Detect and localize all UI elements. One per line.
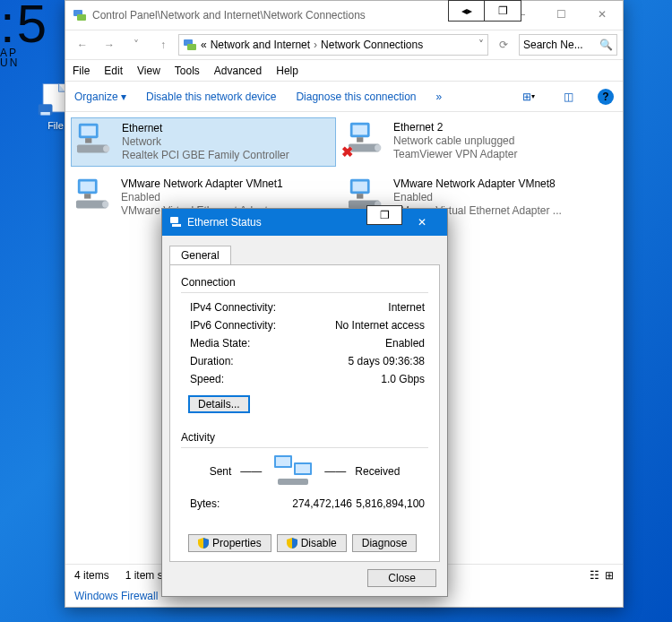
- maximize-button[interactable]: ☐: [540, 1, 582, 28]
- media-state-label: Media State:: [181, 334, 289, 352]
- view-options-button[interactable]: ⊞▾: [519, 87, 538, 107]
- svg-rect-28: [172, 224, 181, 227]
- back-button[interactable]: ←: [71, 33, 94, 56]
- windows-firewall-link[interactable]: Windows Firewall: [74, 590, 158, 602]
- dash-icon: ——: [240, 465, 262, 478]
- forward-button[interactable]: →: [98, 33, 121, 56]
- help-button[interactable]: ?: [598, 89, 614, 105]
- diagnose-button[interactable]: Diagnose this connection: [296, 91, 416, 103]
- svg-rect-23: [353, 182, 367, 192]
- svg-rect-9: [85, 138, 91, 143]
- search-input[interactable]: Search Ne... 🔍: [519, 34, 617, 56]
- close-button[interactable]: Close: [367, 569, 436, 587]
- disable-button-label: Disable: [301, 537, 337, 549]
- properties-button-label: Properties: [212, 537, 262, 549]
- ipv4-label: IPv4 Connectivity:: [181, 298, 289, 316]
- menu-bar: File Edit View Tools Advanced Help: [65, 60, 623, 82]
- item-count: 4 items: [74, 569, 109, 582]
- recent-dropdown[interactable]: ˅: [125, 33, 148, 56]
- menu-advanced[interactable]: Advanced: [214, 65, 262, 77]
- svg-rect-24: [357, 194, 363, 198]
- details-view-icon[interactable]: ☷: [590, 569, 599, 582]
- ipv6-label: IPv6 Connectivity:: [181, 316, 289, 334]
- adapter-ethernet2[interactable]: Ethernet 2 Network cable unplugged TeamV…: [343, 117, 608, 167]
- disable-button[interactable]: Disable: [277, 534, 347, 552]
- chevron-right-icon: ›: [314, 39, 317, 51]
- adapter-name: VMware Network Adapter VMnet8: [393, 177, 562, 191]
- tab-body: Connection IPv4 Connectivity:Internet IP…: [169, 264, 440, 562]
- svg-rect-32: [296, 464, 310, 473]
- preview-pane-button[interactable]: ◫: [558, 87, 578, 107]
- tiles-view-icon[interactable]: ⊞: [605, 569, 614, 582]
- svg-rect-14: [357, 137, 363, 142]
- shield-icon: [198, 538, 209, 549]
- activity-group-label: Activity: [181, 431, 428, 444]
- address-bar[interactable]: « Network and Internet › Network Connect…: [178, 34, 488, 56]
- tab-strip: General: [162, 241, 447, 264]
- nic-icon: [169, 216, 182, 229]
- menu-view[interactable]: View: [137, 65, 160, 77]
- close-button[interactable]: ✕: [582, 1, 623, 28]
- dash-icon: ——: [324, 465, 346, 478]
- breadcrumb-network-connections[interactable]: Network Connections: [321, 39, 423, 51]
- properties-button[interactable]: Properties: [188, 534, 271, 552]
- ethernet-status-dialog: ❐ Ethernet Status ✕ General Connection I…: [161, 208, 448, 597]
- speed-value: 1.0 Gbps: [289, 370, 428, 388]
- network-icon: [73, 8, 87, 22]
- adapter-desc: TeamViewer VPN Adapter: [393, 148, 518, 161]
- received-label: Received: [355, 465, 400, 478]
- nav-bar: ← → ˅ ↑ « Network and Internet › Network…: [65, 30, 623, 60]
- bytes-sent: 274,472,146: [289, 495, 356, 513]
- up-button[interactable]: ↑: [151, 33, 175, 56]
- diagnose-button-label: Diagnose: [362, 537, 408, 549]
- bytes-label: Bytes:: [181, 495, 289, 513]
- titlebar[interactable]: Control Panel\Network and Internet\Netwo…: [65, 1, 623, 30]
- selected-count: 1 item s: [125, 569, 163, 582]
- search-placeholder: Search Ne...: [523, 39, 583, 51]
- dialog-title: Ethernet Status: [187, 216, 262, 229]
- svg-rect-13: [353, 125, 367, 135]
- nic-icon-unplugged: [347, 121, 386, 157]
- menu-edit[interactable]: Edit: [104, 65, 123, 77]
- duration-value: 5 days 09:36:38: [289, 352, 428, 370]
- duration-label: Duration:: [181, 352, 289, 370]
- media-state-value: Enabled: [289, 334, 428, 352]
- address-dropdown-icon[interactable]: ˅: [478, 39, 484, 51]
- overlay-switch-icon[interactable]: ◂▸: [449, 1, 485, 21]
- disable-device-button[interactable]: Disable this network device: [146, 91, 276, 103]
- dialog-close-button[interactable]: ✕: [404, 212, 440, 232]
- svg-rect-18: [81, 182, 95, 192]
- nic-icon: [74, 177, 114, 213]
- menu-file[interactable]: File: [73, 65, 90, 77]
- nic-icon: [75, 122, 115, 158]
- activity-diagram: Sent —— —— Received: [181, 454, 428, 489]
- adapter-ethernet[interactable]: Ethernet Network Realtek PCI GBE Family …: [71, 117, 336, 167]
- breadcrumb-network-internet[interactable]: Network and Internet: [211, 39, 310, 51]
- svg-rect-6: [187, 44, 196, 50]
- svg-rect-8: [82, 126, 96, 136]
- dialog-titlebar[interactable]: Ethernet Status ✕: [162, 209, 447, 236]
- svg-rect-4: [77, 14, 86, 21]
- adapter-status: Network cable unplugged: [393, 134, 518, 148]
- more-commands-button[interactable]: »: [436, 91, 443, 103]
- speed-label: Speed:: [181, 370, 289, 388]
- svg-rect-30: [276, 457, 290, 466]
- refresh-button[interactable]: ⟳: [492, 33, 515, 56]
- two-computers-icon: [271, 454, 315, 489]
- overlay-maximize-icon[interactable]: ❐: [485, 1, 521, 21]
- adapter-status: Network: [122, 135, 289, 149]
- details-button[interactable]: Details...: [188, 395, 250, 413]
- svg-rect-2: [40, 112, 50, 116]
- menu-tools[interactable]: Tools: [175, 65, 200, 77]
- tab-general[interactable]: General: [169, 246, 231, 264]
- dialog-overlay-maximize-icon[interactable]: ❐: [366, 205, 402, 225]
- organize-button[interactable]: Organize ▾: [74, 91, 126, 103]
- search-icon: 🔍: [599, 39, 613, 51]
- menu-help[interactable]: Help: [276, 65, 298, 77]
- window-title: Control Panel\Network and Internet\Netwo…: [92, 9, 366, 22]
- network-icon: [183, 38, 197, 52]
- svg-point-21: [102, 201, 108, 207]
- diagnose-button[interactable]: Diagnose: [352, 534, 418, 552]
- bytes-received: 5,816,894,100: [356, 495, 428, 513]
- shield-icon: [287, 538, 297, 549]
